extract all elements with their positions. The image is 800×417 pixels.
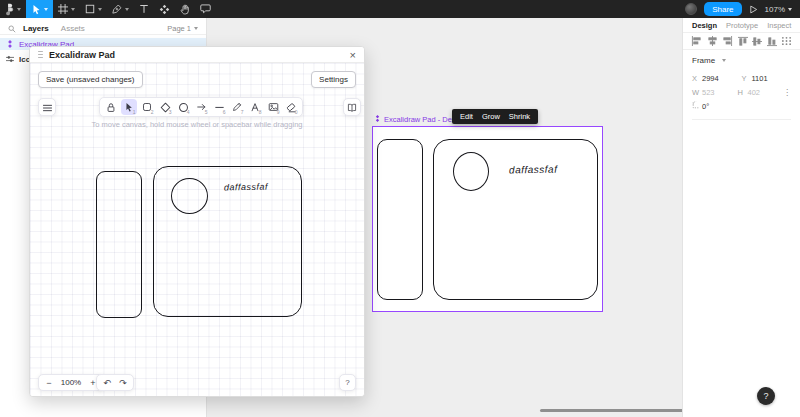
tab-inspect[interactable]: Inspect (767, 21, 791, 30)
drawing-text: daffassfaf (509, 164, 558, 176)
excalidraw-canvas[interactable]: Save (unsaved changes) Settings 1 2 3 4 … (30, 63, 364, 397)
width-field[interactable]: W523 (692, 88, 738, 97)
right-panel: Design Prototype Inspect Frame X2994 Y11… (682, 18, 800, 417)
divider (692, 119, 791, 120)
frame-properties: X2994 Y1101 W523 H402 ⋮ 0° (692, 71, 791, 113)
h-label: H (738, 88, 748, 97)
chevron-down-icon (788, 8, 792, 11)
undo-button[interactable]: ↶ (99, 378, 115, 388)
frame-section-header[interactable]: Frame (692, 56, 791, 65)
sliders-icon (6, 55, 14, 63)
eraser-tool[interactable]: 0 (283, 99, 299, 115)
page-selector[interactable]: Page 1 (167, 24, 198, 33)
hand-tool-button[interactable] (175, 0, 195, 18)
text-tool[interactable]: 8 (247, 99, 263, 115)
drawing-circle (171, 178, 208, 214)
tab-assets[interactable]: Assets (61, 24, 85, 33)
zoom-out-button[interactable]: − (41, 378, 57, 388)
shrink-button[interactable]: Shrink (509, 112, 530, 121)
align-h-center-icon[interactable] (707, 36, 718, 46)
x-label: X (692, 74, 702, 83)
zoom-reset-button[interactable]: 100% (57, 378, 85, 387)
edit-button[interactable]: Edit (460, 112, 473, 121)
widget-context-toolbar: Edit Grow Shrink (452, 109, 538, 124)
library-button[interactable] (343, 98, 361, 116)
y-field[interactable]: Y1101 (742, 74, 792, 83)
excalidraw-modal: Excalidraw Pad × Save (unsaved changes) … (29, 46, 365, 397)
figma-help-button[interactable]: ? (757, 387, 775, 405)
drawing-text: daffassfaf (224, 182, 268, 193)
shape-tool-button[interactable] (80, 0, 107, 18)
figma-menu-button[interactable] (0, 0, 26, 18)
hand-icon (180, 4, 190, 15)
ellipse-tool[interactable]: 4 (175, 99, 191, 115)
square-icon (85, 4, 95, 14)
excalidraw-toolbar: 1 2 3 4 5 6 7 8 9 0 (99, 97, 303, 117)
frame-section: Frame X2994 Y1101 W523 H402 ⋮ 0° (683, 50, 800, 120)
redo-button[interactable]: ↷ (115, 378, 131, 388)
align-right-icon[interactable] (722, 36, 733, 46)
widget-icon (374, 115, 381, 124)
grow-button[interactable]: Grow (482, 112, 500, 121)
topbar-right: Share 107% (685, 0, 800, 18)
horizontal-scrollbar[interactable] (540, 409, 690, 412)
selection-tool[interactable]: 1 (121, 99, 137, 115)
search-icon[interactable] (8, 19, 16, 37)
align-bottom-icon[interactable] (767, 36, 777, 47)
draw-tool[interactable]: 7 (229, 99, 245, 115)
text-icon (139, 4, 149, 14)
chevron-down-icon (17, 8, 21, 11)
hamburger-icon (43, 98, 52, 116)
page-name: Page 1 (167, 24, 191, 33)
modal-title: Excalidraw Pad (49, 50, 115, 60)
rectangle-tool[interactable]: 2 (139, 99, 155, 115)
frame-tool-button[interactable] (53, 0, 80, 18)
diamond-tool[interactable]: 3 (157, 99, 173, 115)
drawing-tall-rectangle (96, 171, 142, 318)
zoom-menu[interactable]: 107% (765, 5, 792, 14)
align-left-icon[interactable] (691, 36, 702, 46)
avatar[interactable] (685, 3, 697, 15)
more-options-icon[interactable]: ⋮ (783, 91, 791, 94)
present-icon[interactable] (749, 0, 758, 18)
share-button[interactable]: Share (704, 2, 741, 16)
tab-prototype[interactable]: Prototype (726, 21, 758, 30)
lock-tool[interactable] (103, 99, 119, 115)
excalidraw-widget[interactable]: daffassfaf (372, 126, 603, 312)
text-tool-button[interactable] (134, 0, 154, 18)
save-button[interactable]: Save (unsaved changes) (38, 71, 143, 88)
right-panel-tabs: Design Prototype Inspect (683, 18, 800, 33)
rotation-field[interactable]: 0° (692, 101, 742, 111)
undo-redo-controls: ↶ ↷ (96, 374, 134, 391)
pen-tool-button[interactable] (107, 0, 134, 18)
y-label: Y (742, 74, 752, 83)
tidy-up-icon[interactable] (781, 36, 792, 46)
arrow-tool[interactable]: 5 (193, 99, 209, 115)
modal-header[interactable]: Excalidraw Pad × (30, 47, 364, 63)
menu-button[interactable] (38, 98, 56, 116)
line-tool[interactable]: 6 (211, 99, 227, 115)
figma-app: Share 107% Layers Assets Page 1 Excalidr… (0, 0, 800, 417)
chevron-down-icon (194, 27, 198, 30)
tab-design[interactable]: Design (692, 21, 717, 30)
move-tool-button[interactable] (26, 0, 53, 18)
tab-layers[interactable]: Layers (23, 24, 49, 33)
close-icon[interactable]: × (350, 50, 356, 60)
image-tool[interactable]: 9 (265, 99, 281, 115)
align-v-center-icon[interactable] (752, 36, 762, 47)
excalidraw-help-button[interactable]: ? (339, 374, 356, 391)
component-icon (159, 4, 170, 15)
drag-handle-icon[interactable] (38, 51, 43, 59)
x-field[interactable]: X2994 (692, 74, 742, 83)
book-icon (347, 98, 357, 116)
y-value: 1101 (752, 74, 768, 83)
align-top-icon[interactable] (738, 36, 748, 47)
figma-logo-icon (5, 3, 14, 16)
top-toolbar: Share 107% (0, 0, 800, 18)
settings-button[interactable]: Settings (311, 71, 356, 88)
chevron-down-icon (71, 8, 75, 11)
drawing-tall-rectangle (377, 139, 423, 300)
comment-tool-button[interactable] (195, 0, 216, 18)
height-field[interactable]: H402 (738, 88, 784, 97)
component-tool-button[interactable] (154, 0, 175, 18)
